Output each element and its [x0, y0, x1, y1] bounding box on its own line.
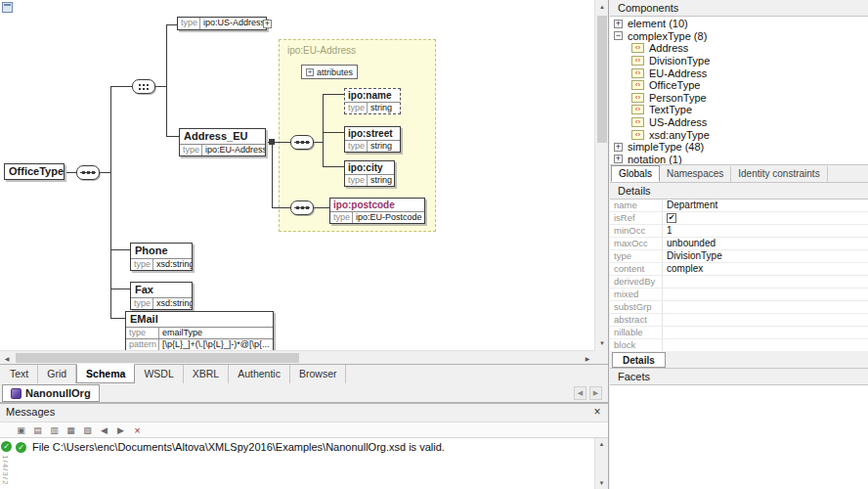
- details-row-maxocc[interactable]: maxOcc unbounded: [610, 238, 868, 250]
- copy-message-icon[interactable]: ▥: [47, 422, 62, 437]
- file-tabs-scroll-left-button[interactable]: ◀: [574, 386, 586, 400]
- tab-grid[interactable]: Grid: [38, 365, 76, 383]
- detail-value[interactable]: [663, 289, 868, 300]
- scroll-up-button[interactable]: ▲: [595, 0, 609, 14]
- detail-value[interactable]: complex: [663, 263, 868, 275]
- element-ipo-street-box[interactable]: ipo:street type string: [344, 126, 401, 153]
- scroll-down-button[interactable]: ▼: [595, 336, 609, 350]
- sequence-compositor-icon[interactable]: [76, 165, 100, 180]
- sequence-compositor-icon[interactable]: [290, 200, 314, 215]
- element-phone-box[interactable]: Phone type xsd:string: [130, 243, 193, 271]
- copy-line-icon[interactable]: ▤: [30, 422, 45, 437]
- scroll-down-button[interactable]: ▼: [595, 477, 608, 489]
- type-value: xsd:string: [153, 259, 192, 270]
- details-row-substgrp[interactable]: substGrp: [610, 301, 868, 314]
- expand-icon[interactable]: +: [263, 20, 272, 28]
- tree-item-element-group[interactable]: + element (10): [610, 18, 868, 30]
- tree-item-eu-address[interactable]: ‹› EU-Address: [610, 67, 868, 79]
- element-ipo-city-box[interactable]: ipo:city type string: [344, 160, 395, 187]
- detail-value[interactable]: [663, 327, 868, 338]
- scroll-left-button[interactable]: ◀: [0, 351, 14, 365]
- details-row-mixed[interactable]: mixed: [610, 289, 868, 301]
- tab-browser[interactable]: Browser: [290, 365, 347, 383]
- message-text: File C:\Users\enc\Documents\Altova\XMLSp…: [32, 441, 445, 453]
- close-icon[interactable]: ×: [590, 406, 604, 420]
- expand-icon[interactable]: +: [614, 155, 623, 163]
- details-row-nillable[interactable]: nillable: [610, 327, 868, 339]
- tree-item-simpletype-group[interactable]: + simpleType (48): [610, 141, 868, 154]
- tree-item-texttype[interactable]: ‹› TextType: [610, 104, 868, 116]
- tab-identity-constraints[interactable]: Identity constraints: [731, 166, 827, 182]
- tree-item-address[interactable]: ‹› Address: [610, 42, 868, 55]
- element-us-address-box[interactable]: type ipo:US-Address: [177, 17, 267, 30]
- details-row-derivedby[interactable]: derivedBy: [610, 276, 868, 289]
- collapse-icon[interactable]: −: [614, 31, 623, 40]
- detail-value[interactable]: [663, 314, 868, 326]
- tab-xbrl[interactable]: XBRL: [184, 365, 229, 383]
- tree-item-notation-group[interactable]: + notation (1): [610, 154, 868, 165]
- detail-value[interactable]: [663, 301, 868, 313]
- design-view-icon[interactable]: [2, 2, 13, 13]
- tree-item-xsd-anytype[interactable]: ‹› xsd:anyType: [610, 128, 868, 141]
- element-email-box[interactable]: EMail type emailType pattern [\p{L}_]+(\…: [125, 311, 274, 350]
- tree-item-us-address[interactable]: ‹› US-Address: [610, 116, 868, 129]
- expand-icon[interactable]: +: [306, 68, 314, 76]
- tab-globals[interactable]: Globals: [611, 165, 660, 182]
- previous-message-icon[interactable]: ◀: [97, 422, 111, 437]
- filter-icon[interactable]: ▧: [80, 422, 95, 437]
- save-messages-icon[interactable]: ▣: [14, 422, 28, 437]
- file-tab-nanonullorg[interactable]: NanonullOrg: [2, 384, 100, 402]
- tab-details[interactable]: Details: [612, 352, 666, 368]
- detail-value[interactable]: unbounded: [663, 238, 868, 249]
- tree-item-divisiontype[interactable]: ‹› DivisionType: [610, 55, 868, 67]
- detail-value[interactable]: [663, 339, 868, 351]
- complextype-officetype-box[interactable]: OfficeType: [4, 163, 65, 180]
- details-row-name[interactable]: name Department: [610, 200, 868, 212]
- compositor-icon[interactable]: [132, 79, 155, 94]
- tab-authentic[interactable]: Authentic: [229, 365, 290, 383]
- tree-item-label: EU-Address: [649, 67, 707, 79]
- tab-namespaces[interactable]: Namespaces: [660, 166, 731, 182]
- scroll-up-button[interactable]: ▲: [595, 438, 608, 450]
- next-message-icon[interactable]: ▶: [113, 422, 128, 437]
- scrollbar-thumb[interactable]: [16, 353, 299, 363]
- details-row-isref[interactable]: isRef ✔: [610, 212, 868, 225]
- message-row[interactable]: ✓ File C:\Users\enc\Documents\Altova\XML…: [16, 441, 445, 453]
- detail-value[interactable]: 1: [663, 225, 868, 237]
- scrollbar-thumb[interactable]: [597, 16, 607, 143]
- tree-item-complextype-group[interactable]: − complexType (8): [610, 30, 868, 43]
- detail-value[interactable]: [663, 276, 868, 288]
- file-tabs-scroll-right-button[interactable]: ▶: [589, 386, 602, 400]
- tree-item-persontype[interactable]: ‹› PersonType: [610, 92, 868, 105]
- details-row-minocc[interactable]: minOcc 1: [610, 225, 868, 238]
- expand-icon[interactable]: +: [614, 20, 623, 28]
- tab-schema[interactable]: Schema: [76, 364, 135, 383]
- connector-line: [323, 166, 344, 167]
- element-ipo-name-box[interactable]: ipo:name type string: [344, 88, 401, 114]
- tree-item-officetype[interactable]: ‹› OfficeType: [610, 79, 868, 92]
- element-address-eu-box[interactable]: Address_EU type ipo:EU-Address: [179, 128, 266, 156]
- element-fax-box[interactable]: Fax type xsd:string: [130, 282, 193, 310]
- scroll-right-button[interactable]: ▶: [581, 351, 594, 365]
- tree-item-label: simpleType (48): [628, 141, 704, 153]
- sequence-compositor-icon[interactable]: [290, 135, 314, 150]
- detail-value[interactable]: Department: [663, 200, 868, 211]
- attributes-box[interactable]: + attributes: [301, 65, 358, 79]
- expand-icon[interactable]: +: [614, 143, 623, 152]
- details-row-type[interactable]: type DivisionType: [610, 250, 868, 263]
- details-row-block[interactable]: block: [610, 339, 868, 351]
- facets-panel: [610, 385, 868, 489]
- element-ipo-postcode-box[interactable]: ipo:postcode type ipo:EU-Postcode: [329, 198, 425, 224]
- clear-icon[interactable]: ×: [130, 422, 145, 437]
- type-label: type: [131, 298, 153, 309]
- tab-wsdl[interactable]: WSDL: [135, 365, 183, 383]
- tab-text[interactable]: Text: [1, 365, 38, 383]
- details-row-content[interactable]: content complex: [610, 263, 868, 276]
- isref-checkbox[interactable]: ✔: [667, 213, 676, 223]
- detail-value[interactable]: DivisionType: [663, 250, 868, 262]
- view-tab-bar: Text Grid Schema WSDL XBRL Authentic Bro…: [0, 364, 608, 383]
- detail-label: mixed: [610, 289, 663, 300]
- copy-all-icon[interactable]: ▦: [64, 422, 78, 437]
- details-row-abstract[interactable]: abstract: [610, 314, 868, 327]
- detail-label: minOcc: [610, 225, 663, 237]
